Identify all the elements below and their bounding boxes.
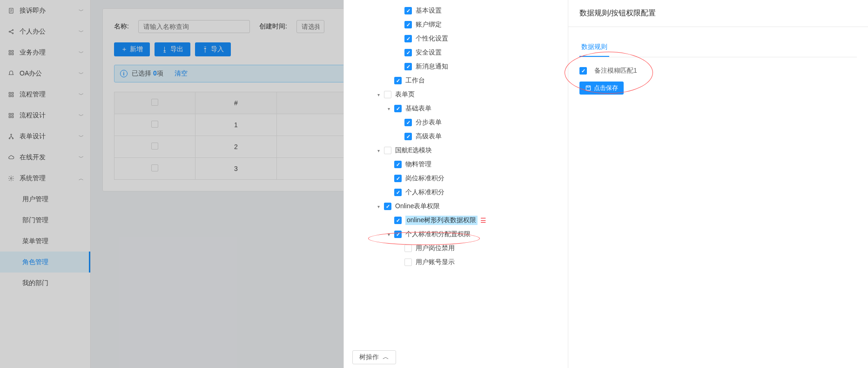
tree-toggle[interactable]: ▾ <box>373 148 384 153</box>
tree-checkbox[interactable] <box>394 105 402 112</box>
tree-checkbox[interactable] <box>384 203 391 210</box>
tree-checkbox[interactable] <box>404 21 412 28</box>
tree-label: 高级表单 <box>416 132 442 141</box>
tree-node[interactable]: ▾用户岗位禁用 <box>349 241 563 255</box>
tree-label: 国航E选模块 <box>395 146 432 155</box>
tree-checkbox[interactable] <box>394 189 402 196</box>
tree-checkbox[interactable] <box>404 49 412 56</box>
tree-checkbox[interactable] <box>404 63 412 70</box>
permission-tree-drawer: ▾基本设置▾账户绑定▾个性化设置▾安全设置▾新消息通知▾工作台▾表单页▾基础表单… <box>343 0 568 368</box>
tree-toggle[interactable]: ▾ <box>373 204 384 209</box>
tree-node[interactable]: ▾安全设置 <box>349 46 563 60</box>
tree-node[interactable]: ▾Online表单权限 <box>349 199 563 213</box>
tree-checkbox[interactable] <box>394 161 402 168</box>
tab-data-rules[interactable]: 数据规则 <box>579 38 609 57</box>
tree-toggle[interactable]: ▾ <box>383 232 394 237</box>
rule-checkbox[interactable] <box>579 67 587 75</box>
tree-node[interactable]: ▾工作台 <box>349 74 563 88</box>
tree-checkbox[interactable] <box>394 175 402 182</box>
tree-node[interactable]: ▾用户账号显示 <box>349 255 563 269</box>
save-label: 点击保存 <box>594 84 618 92</box>
tree-label: 个性化设置 <box>416 34 448 43</box>
tree-node[interactable]: ▾基本设置 <box>349 4 563 18</box>
tree-checkbox[interactable] <box>404 119 412 126</box>
tree-node[interactable]: ▾个人标准积分 <box>349 185 563 199</box>
tree-label: Online表单权限 <box>395 202 440 211</box>
tree-node[interactable]: ▾新消息通知 <box>349 60 563 74</box>
tree-node[interactable]: ▾个人标准积分配置权限 <box>349 227 563 241</box>
tree-label: 账户绑定 <box>416 20 442 29</box>
tree-node[interactable]: ▾高级表单 <box>349 129 563 143</box>
tree-node[interactable]: ▾基础表单 <box>349 102 563 116</box>
tree-node[interactable]: ▾分步表单 <box>349 116 563 129</box>
save-button[interactable]: 点击保存 <box>579 82 624 95</box>
tree-checkbox[interactable] <box>404 133 412 140</box>
tree-checkbox[interactable] <box>384 91 391 98</box>
tree-label: 表单页 <box>395 90 415 99</box>
tree-toggle[interactable]: ▾ <box>373 92 384 97</box>
tree-ops-label: 树操作 <box>359 353 379 361</box>
tree-checkbox[interactable] <box>404 259 412 266</box>
tree-label: 基本设置 <box>416 7 442 15</box>
tree-ops-button[interactable]: 树操作 ︿ <box>352 350 396 364</box>
tree-checkbox[interactable] <box>394 77 402 84</box>
tree-node[interactable]: ▾国航E选模块 <box>349 143 563 157</box>
tree-label: 用户账号显示 <box>416 258 455 266</box>
tree-label: 用户岗位禁用 <box>416 244 455 252</box>
tree-node[interactable]: ▾个性化设置 <box>349 32 563 46</box>
tree-checkbox[interactable] <box>394 231 402 238</box>
tree-label: online树形列表数据权限 <box>405 216 478 225</box>
tree-node[interactable]: ▾online树形列表数据权限 ☰ <box>349 213 563 227</box>
tree-checkbox[interactable] <box>384 147 391 154</box>
tree-checkbox[interactable] <box>404 7 412 14</box>
save-icon <box>585 85 592 91</box>
tree-checkbox[interactable] <box>404 35 412 42</box>
tree-node[interactable]: ▾物料管理 <box>349 157 563 171</box>
menu-indicator-icon: ☰ <box>480 217 486 224</box>
data-rules-drawer: 数据规则/按钮权限配置 数据规则 备注模糊匹配1 点击保存 <box>568 0 868 368</box>
tree-label: 工作台 <box>405 76 425 85</box>
tree-label: 岗位标准积分 <box>405 174 444 183</box>
tree-label: 基础表单 <box>405 104 431 113</box>
tree-label: 新消息通知 <box>416 62 448 71</box>
tree-checkbox[interactable] <box>394 217 402 224</box>
tree-node[interactable]: ▾表单页 <box>349 88 563 102</box>
tree-toggle[interactable]: ▾ <box>383 106 394 111</box>
tree-label: 分步表单 <box>416 118 442 127</box>
rule-label: 备注模糊匹配1 <box>594 67 637 75</box>
tree-checkbox[interactable] <box>404 245 412 252</box>
tree-label: 物料管理 <box>405 160 431 169</box>
tree-node[interactable]: ▾岗位标准积分 <box>349 171 563 185</box>
tree-label: 个人标准积分配置权限 <box>405 230 471 239</box>
tree-label: 安全设置 <box>416 48 442 57</box>
modal-overlay <box>0 0 343 368</box>
svg-rect-20 <box>586 86 590 90</box>
tree-node[interactable]: ▾账户绑定 <box>349 18 563 32</box>
tree-label: 个人标准积分 <box>405 188 444 197</box>
drawer-title: 数据规则/按钮权限配置 <box>568 0 868 27</box>
